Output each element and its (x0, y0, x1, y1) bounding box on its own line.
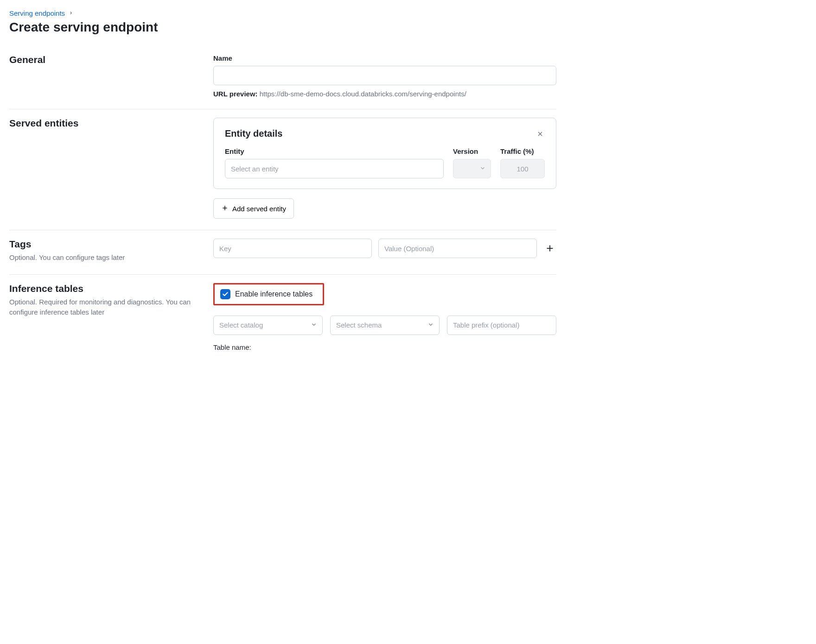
section-inference-tables: Inference tables Optional. Required for … (9, 275, 556, 362)
label-traffic: Traffic (%) (500, 147, 545, 155)
label-entity: Entity (225, 147, 444, 155)
chevron-down-icon (479, 165, 486, 173)
section-subtitle-tags: Optional. You can configure tags later (9, 253, 204, 263)
table-name-label: Table name: (213, 343, 556, 351)
add-served-entity-label: Add served entity (232, 205, 286, 213)
chevron-right-icon (69, 10, 73, 17)
enable-inference-highlight: Enable inference tables (213, 283, 324, 305)
section-served-entities: Served entities Entity details Entity Ve… (9, 109, 556, 230)
url-preview: URL preview: https://db-sme-demo-docs.cl… (213, 90, 556, 98)
section-general: General Name URL preview: https://db-sme… (9, 46, 556, 109)
name-input[interactable] (213, 66, 556, 85)
breadcrumb: Serving endpoints (9, 9, 556, 17)
traffic-input: 100 (500, 159, 545, 178)
entity-select[interactable] (225, 159, 444, 178)
section-subtitle-inference-tables: Optional. Required for monitoring and di… (9, 297, 204, 318)
url-preview-value: https://db-sme-demo-docs.cloud.databrick… (260, 90, 466, 98)
tag-key-input[interactable] (213, 239, 372, 258)
page-title: Create serving endpoint (9, 20, 556, 35)
label-name: Name (213, 54, 556, 62)
version-select[interactable] (453, 159, 491, 178)
schema-select[interactable] (330, 316, 440, 335)
section-title-inference-tables: Inference tables (9, 283, 204, 294)
plus-icon (221, 204, 229, 213)
section-title-tags: Tags (9, 239, 204, 250)
entity-details-card: Entity details Entity Version (213, 118, 556, 189)
add-served-entity-button[interactable]: Add served entity (213, 198, 294, 219)
close-icon[interactable] (536, 129, 545, 139)
add-tag-button[interactable] (543, 242, 556, 255)
breadcrumb-link-serving-endpoints[interactable]: Serving endpoints (9, 9, 65, 17)
section-title-served-entities: Served entities (9, 118, 204, 129)
tag-value-input[interactable] (378, 239, 537, 258)
section-tags: Tags Optional. You can configure tags la… (9, 230, 556, 275)
url-preview-label: URL preview: (213, 90, 258, 98)
label-version: Version (453, 147, 491, 155)
catalog-select[interactable] (213, 316, 323, 335)
section-title-general: General (9, 54, 204, 65)
entity-details-title: Entity details (225, 128, 282, 139)
table-prefix-input[interactable] (447, 316, 556, 335)
enable-inference-checkbox[interactable] (220, 289, 230, 299)
enable-inference-label: Enable inference tables (235, 290, 312, 298)
